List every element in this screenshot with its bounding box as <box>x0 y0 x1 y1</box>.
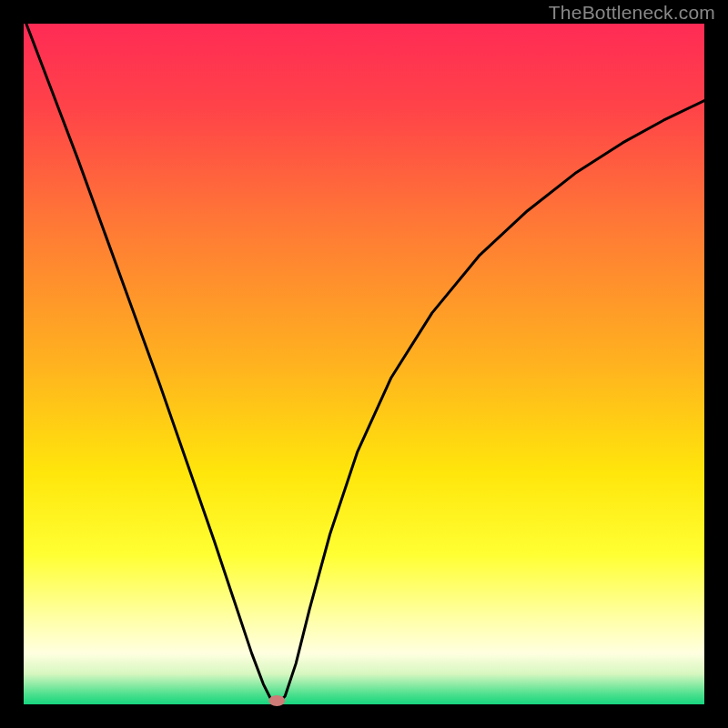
optimum-marker <box>268 695 285 706</box>
chart-frame: { "watermark": "TheBottleneck.com", "plo… <box>0 0 728 728</box>
gradient-background <box>24 24 704 704</box>
watermark-text: TheBottleneck.com <box>549 2 715 24</box>
bottleneck-chart <box>0 0 728 728</box>
